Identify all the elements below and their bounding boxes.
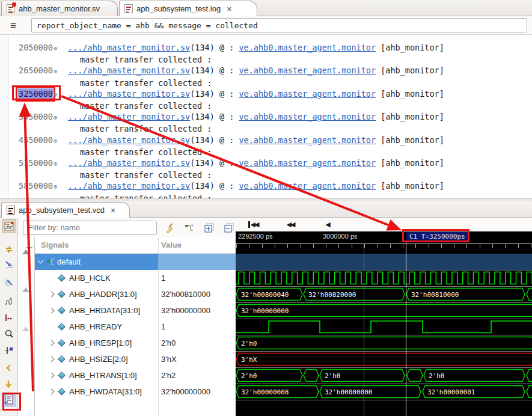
source-file-link[interactable]: .../ahb_master_monitor.sv <box>68 43 190 52</box>
monitor-path-link[interactable]: ve.ahb0.master_agent.monitor <box>239 135 376 145</box>
clear-filter-broom-icon[interactable] <box>164 221 177 234</box>
tree-signal-row[interactable]: AHB_HRDATA[31:0]32'h00000000 <box>35 302 236 319</box>
expand-all-icon[interactable] <box>203 221 216 234</box>
scroll-marker-icon[interactable] <box>22 326 29 331</box>
source-file-link[interactable]: .../ahb_master_monitor.sv <box>68 89 190 99</box>
log-timestamp[interactable]: 2050000 <box>18 42 53 53</box>
waveform-row-ahb_haddr310[interactable]: 32'h0080004032'h0082000032'h008100003 <box>236 286 532 302</box>
source-file-link[interactable]: .../ahb_master_monitor.sv <box>68 112 190 121</box>
log-timestamp[interactable]: 5850000 <box>18 180 53 191</box>
source-file-link[interactable]: .../ahb_master_monitor.sv <box>68 66 190 75</box>
log-message: master transfer collected : <box>8 193 532 198</box>
expand-entry-icon[interactable]: ⊕ <box>54 66 61 77</box>
log-timestamp[interactable]: 2650000 <box>18 65 53 76</box>
log-line-text: (134) @ : <box>190 89 239 99</box>
monitor-path-link[interactable]: ve.ahb0.master_agent.monitor <box>239 112 376 121</box>
timeline-tick <box>377 243 378 248</box>
collapse-down-icon[interactable] <box>2 377 16 391</box>
chevron-collapsed-icon[interactable] <box>49 340 55 346</box>
expand-entry-icon[interactable]: ⊕ <box>54 90 61 100</box>
collapse-left-icon[interactable] <box>2 361 16 375</box>
monitor-path-link[interactable]: ve.ahb0.master_agent.monitor <box>239 89 376 99</box>
tree-signal-row[interactable]: AHB_HCLK1 <box>35 270 236 286</box>
vcd-file-icon <box>7 206 15 215</box>
log-timestamp[interactable]: 3250000 <box>18 88 53 99</box>
signals-column-header[interactable]: Signals <box>41 240 69 249</box>
tree-group-row-default[interactable]: default <box>35 254 236 270</box>
waveform-row-default[interactable] <box>236 254 532 270</box>
expand-entry-icon[interactable]: ⊕ <box>54 182 61 192</box>
tree-signal-row[interactable]: AHB_HTRANS[1:0]2'h2 <box>35 367 236 384</box>
tree-signal-row[interactable]: AHB_HSIZE[2:0]3'hX <box>35 351 236 367</box>
waveform-viewer-icon[interactable] <box>2 219 16 233</box>
scroll-top-icon[interactable] <box>22 249 29 254</box>
waveform-row-ahb_hwdata310[interactable]: 32'h0000000832'h0000000032'h00000001 <box>236 384 532 400</box>
clock-count-icon[interactable]: # <box>2 295 16 309</box>
waveform-canvas[interactable]: 2292500 ps 3000000 ps C1 T=3250000ps 32'… <box>236 231 532 416</box>
tree-signal-row[interactable]: AHB_HREADY1 <box>35 319 236 335</box>
svg-text:32'h00000000: 32'h00000000 <box>325 388 372 396</box>
log-left-ruler <box>0 35 8 198</box>
waveform-row-ahb_hresp10[interactable]: 2'h0 <box>236 335 532 351</box>
collapse-all-icon[interactable] <box>222 221 236 234</box>
scroll-up-icon[interactable] <box>22 287 29 292</box>
sv-file-icon <box>7 4 15 13</box>
chevron-collapsed-icon[interactable] <box>49 308 55 314</box>
waveform-row-ahb_hready[interactable] <box>236 319 532 335</box>
log-message: master transfer collected : <box>8 54 532 65</box>
value-column-header[interactable]: Value <box>161 240 182 249</box>
expand-entry-icon[interactable]: ⊕ <box>54 43 61 54</box>
timeline-tick <box>403 243 403 248</box>
fast-rewind-button[interactable]: ◀◀ <box>286 221 294 228</box>
log-timestamp[interactable]: 5150000 <box>18 158 53 168</box>
close-tab-icon[interactable]: × <box>227 5 231 13</box>
monitor-path-link[interactable]: ve.ahb0.master_agent.monitor <box>239 66 376 75</box>
tree-signal-row[interactable]: AHB_HADDR[31:0]32'h00810000 <box>35 286 236 302</box>
step-back-button[interactable]: ◀ <box>325 221 329 228</box>
waveform-row-ahb_htrans10[interactable]: 2'h02'h02'h0 <box>236 367 532 384</box>
add-to-tree-icon[interactable]: + <box>183 221 197 234</box>
signal-diamond-icon <box>58 290 66 298</box>
chevron-collapsed-icon[interactable] <box>49 373 55 379</box>
log-timestamp[interactable]: 4550000 <box>18 135 53 145</box>
tab-apb-subsystem-test-log[interactable]: apb_subsystem_test.log × <box>119 1 257 16</box>
source-file-link[interactable]: .../ahb_master_monitor.sv <box>68 135 190 145</box>
timeline-tick <box>352 243 352 248</box>
tree-signal-row[interactable]: AHB_HWDATA[31:0]32'h00000000 <box>35 384 236 400</box>
source-file-link[interactable]: .../ahb_master_monitor.sv <box>68 181 190 191</box>
cursor-t-icon[interactable] <box>2 343 16 358</box>
svg-text:32'h00800040: 32'h00800040 <box>241 291 289 299</box>
trace-log-icon[interactable] <box>2 393 16 407</box>
skip-to-start-button[interactable]: ◀◀ <box>248 221 258 228</box>
monitor-path-link[interactable]: ve.ahb0.master_agent.monitor <box>239 158 376 168</box>
zoom-tool-icon[interactable] <box>2 326 16 341</box>
view-menu-icon[interactable]: ≡ <box>10 20 22 31</box>
cursor-line[interactable] <box>406 241 406 416</box>
log-timestamp[interactable]: 3950000 <box>18 111 53 122</box>
waveform-row-ahb_hrdata310[interactable]: 32'h00000000 <box>236 302 532 319</box>
cursor-measure-icon[interactable] <box>2 311 16 325</box>
tab-apb-subsystem-test-vcd[interactable]: apb_subsystem_test.vcd × <box>1 202 130 218</box>
log-line-text: (134) @ : <box>190 43 239 52</box>
chevron-collapsed-icon[interactable] <box>49 356 55 362</box>
monitor-path-link[interactable]: ve.ahb0.master_agent.monitor <box>239 181 376 191</box>
tab-ahb-master-monitor[interactable]: ahb_master_monitor.sv <box>1 1 118 16</box>
tree-signal-row[interactable]: AHB_HRESP[1:0]2'h0 <box>35 335 236 351</box>
expand-entry-icon[interactable]: ⊕ <box>54 159 61 170</box>
chevron-collapsed-icon[interactable] <box>49 292 55 298</box>
sync-icon[interactable] <box>2 242 16 257</box>
log-filter-input[interactable] <box>31 18 527 32</box>
expand-entry-icon[interactable]: ⊕ <box>54 112 61 123</box>
source-file-link[interactable]: .../ahb_master_monitor.sv <box>68 158 190 168</box>
waveform-row-ahb_hclk[interactable] <box>236 270 532 286</box>
signal-filter-input[interactable] <box>23 221 157 235</box>
import-signals-icon[interactable] <box>2 257 16 272</box>
monitor-path-link[interactable]: ve.ahb0.master_agent.monitor <box>239 43 376 52</box>
export-signals-icon[interactable] <box>2 275 16 289</box>
waveform-row-ahb_hsize20[interactable]: 3'hX <box>236 351 532 367</box>
close-tab-icon[interactable]: × <box>111 206 115 215</box>
log-entry: 3250000⊕.../ahb_master_monitor.sv(134) @… <box>8 88 532 111</box>
chevron-collapsed-icon[interactable] <box>49 389 55 395</box>
log-tag: [ahb_monitor] <box>376 158 444 168</box>
expand-entry-icon[interactable]: ⊕ <box>54 136 61 147</box>
